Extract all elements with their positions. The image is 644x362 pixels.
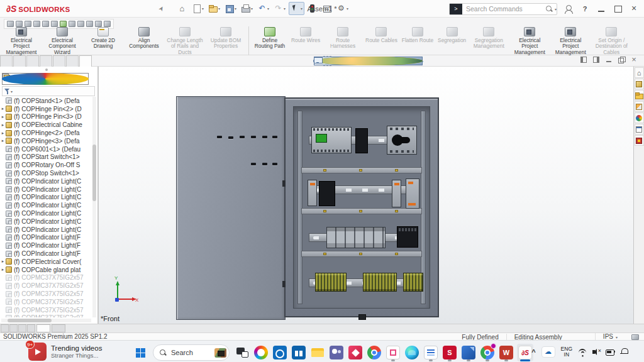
tree-item[interactable]: (f) COPHinge Pin<3> (D — [0, 113, 92, 121]
AUTO[interactable]: Create 2D Drawing — [83, 26, 123, 55]
hidden-icons-chevron[interactable]: ^ — [531, 348, 535, 356]
terminal-controller-module[interactable] — [397, 226, 418, 248]
search-icon[interactable] — [545, 5, 553, 13]
file-explorer-taskbar-button[interactable] — [309, 344, 326, 361]
teams-taskbar-button[interactable] — [328, 344, 345, 361]
notifications-bell-icon[interactable] — [619, 348, 629, 356]
new-document-button[interactable]: ▾ — [191, 3, 205, 14]
user-profile-icon[interactable] — [564, 4, 574, 14]
menu-item[interactable] — [122, 7, 132, 11]
clipchamp-taskbar-button[interactable] — [347, 344, 364, 361]
tree-item[interactable]: (f) COPMC37X75IG2x57 — [0, 306, 92, 314]
volume-muted-icon[interactable] — [592, 348, 601, 356]
menu-item[interactable] — [145, 7, 155, 11]
AUTO[interactable]: Segregation Management — [469, 26, 509, 55]
close-document-icon[interactable] — [630, 56, 638, 63]
tree-vertical-scrollbar-thumb[interactable] — [92, 145, 96, 201]
AUTO[interactable]: Update BOM Properties — [206, 26, 246, 55]
chrome-taskbar-button[interactable] — [366, 344, 382, 361]
undo-button[interactable]: ▾ — [256, 3, 270, 14]
cable-duct-2[interactable] — [301, 208, 422, 214]
AUTO[interactable]: Segregation — [436, 26, 468, 55]
sticky-notes-taskbar-button[interactable] — [423, 344, 439, 361]
cabinet-body[interactable] — [284, 97, 439, 317]
tree-item[interactable]: (f) COPIndicator Light(F — [0, 241, 92, 250]
tree-item[interactable]: (f) COPElectrical Cover( — [0, 258, 92, 266]
select-cursor-button[interactable]: ▾ — [289, 2, 304, 15]
apply-scene-button[interactable]: ▾ — [402, 57, 411, 65]
AUTO[interactable]: Electrical Project Management — [550, 26, 591, 55]
contactor-row[interactable] — [326, 227, 386, 248]
tree-item[interactable]: (f) COPElectrical Cabine — [0, 121, 92, 129]
AUTO[interactable]: Set Origin / Destination of Cables — [591, 26, 631, 55]
command-tab[interactable] — [0, 55, 13, 67]
tree-item[interactable]: (f) COPIndicator Light(F — [0, 234, 92, 242]
close-icon[interactable] — [629, 4, 639, 14]
battery-icon[interactable] — [606, 348, 615, 356]
tree-expand-arrow[interactable] — [0, 131, 6, 136]
panel-collapse-handle[interactable] — [45, 69, 48, 71]
copilot-taskbar-button[interactable] — [253, 344, 269, 361]
graphics-viewport[interactable]: Y X *Front — [99, 67, 633, 324]
command-tab[interactable] — [26, 55, 39, 67]
model-tab[interactable] — [52, 324, 65, 332]
restore-document-icon[interactable] — [618, 56, 625, 63]
terminal-block-group-1[interactable] — [315, 273, 347, 292]
display-settings-button[interactable] — [321, 3, 333, 14]
start-button[interactable] — [132, 344, 148, 361]
solidworks-rx-taskbar-button[interactable]: S — [441, 344, 458, 361]
tree-expand-arrow[interactable] — [0, 114, 6, 119]
command-tab[interactable] — [13, 55, 26, 67]
chrome-profile-taskbar-button[interactable] — [479, 344, 496, 361]
command-tab[interactable] — [66, 55, 79, 67]
pin-menubar-icon[interactable]: ➤ — [157, 4, 165, 13]
tree-expand-arrow[interactable] — [0, 259, 6, 264]
terminal-block-group-2[interactable] — [363, 273, 397, 292]
tree-item[interactable]: (f) COPRotary On-Off S — [0, 161, 92, 169]
taskbar-search[interactable]: Search — [153, 344, 230, 361]
tree-item[interactable]: (f) COPStop Switch<1> — [0, 169, 92, 177]
AUTO[interactable]: Route Wires — [289, 26, 322, 55]
menu-item[interactable] — [99, 7, 109, 11]
solidworks-taskbar-button[interactable]: ∂S — [517, 344, 533, 361]
tree-item[interactable]: (f) COP6001<1> (Defau — [0, 145, 92, 153]
tree-vertical-scrollbar[interactable] — [92, 97, 96, 317]
circuit-breaker-1[interactable] — [308, 180, 317, 206]
redo-button[interactable]: ▾ — [272, 3, 287, 14]
tree-expand-arrow[interactable] — [0, 267, 6, 272]
tree-item[interactable]: (f) COPIndicator Light(C — [0, 201, 92, 209]
relay-module[interactable] — [319, 181, 335, 206]
tree-item[interactable]: (f) COPIndicator Light(C — [0, 177, 92, 185]
rotary-disconnect-switch[interactable] — [387, 126, 417, 155]
cable-duct-3[interactable] — [301, 251, 422, 257]
tree-item[interactable]: (f) COPIndicator Light(C — [0, 226, 92, 234]
step-back-button[interactable] — [9, 324, 18, 332]
pdm-taskbar-button[interactable] — [460, 344, 477, 361]
tree-horizontal-scrollbar-thumb[interactable] — [8, 319, 52, 322]
view-palette-tab[interactable] — [635, 101, 644, 112]
tree-expand-arrow[interactable] — [0, 138, 6, 143]
view-settings-button[interactable]: ▾ — [414, 57, 423, 65]
tree-item[interactable]: (f) COPMC37X75IG2x57 — [0, 298, 92, 306]
search-commands-box[interactable]: > Search Commands ▾ — [449, 3, 557, 15]
mounting-post-left[interactable] — [297, 111, 303, 304]
command-tab[interactable] — [53, 55, 65, 67]
menu-item[interactable] — [111, 7, 121, 11]
home-tab[interactable] — [635, 67, 644, 78]
search-caret-icon[interactable]: ▾ — [555, 7, 557, 11]
tree-item[interactable]: (f) COPIndicator Light(F — [0, 250, 92, 258]
task-view-taskbar-button[interactable] — [234, 344, 250, 361]
tree-expand-arrow[interactable] — [0, 123, 6, 128]
home-button[interactable] — [176, 3, 189, 14]
AUTO[interactable]: Change Length of Rails and Ducts — [165, 26, 205, 55]
save-button[interactable]: ▾ — [223, 3, 238, 14]
AUTO[interactable]: Define Routing Path — [248, 26, 289, 55]
options-button[interactable]: ▾ — [335, 3, 350, 14]
solidworks-electrical-content-tab[interactable] — [635, 135, 644, 146]
tree-expand-arrow[interactable] — [0, 106, 6, 111]
tree-item[interactable]: (f) COPIndicator Light(C — [0, 209, 92, 217]
appearances-scenes-decals-tab[interactable] — [635, 112, 644, 123]
widgets-button[interactable]: 9+ Trending videos Stranger Things... — [28, 343, 102, 361]
tree-item[interactable]: (f) COPStand<1> (Defa — [0, 97, 92, 105]
AUTO[interactable]: Route Harnesses — [323, 26, 363, 55]
